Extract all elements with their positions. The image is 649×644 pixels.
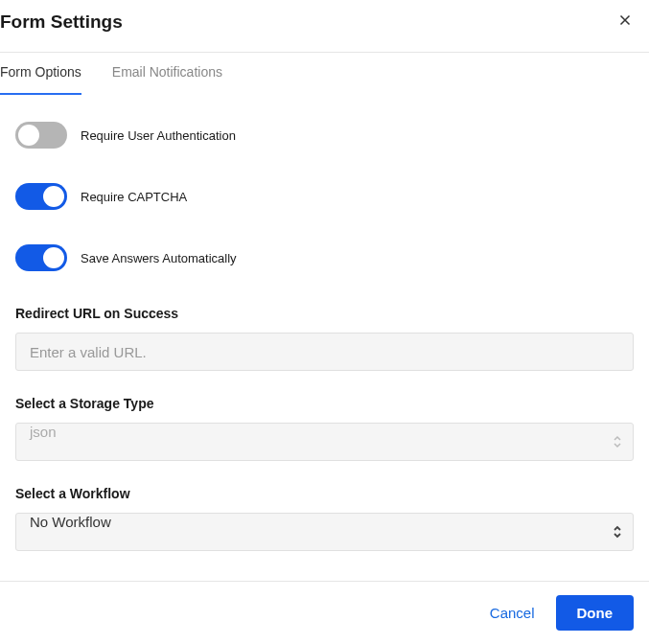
- label-redirect-url: Redirect URL on Success: [15, 306, 634, 321]
- dialog-header: Form Settings: [0, 0, 649, 53]
- tab-email-notifications[interactable]: Email Notifications: [112, 64, 222, 95]
- close-icon[interactable]: [613, 8, 637, 36]
- form-options-panel: Require User Authentication Require CAPT…: [0, 95, 649, 551]
- toggle-row-captcha: Require CAPTCHA: [15, 183, 634, 210]
- toggle-label-captcha: Require CAPTCHA: [81, 190, 187, 204]
- label-workflow: Select a Workflow: [15, 486, 634, 501]
- toggle-label-autosave: Save Answers Automatically: [81, 251, 237, 265]
- input-redirect-url[interactable]: [15, 333, 634, 371]
- select-workflow[interactable]: No Workflow: [15, 513, 634, 551]
- done-button[interactable]: Done: [556, 595, 635, 631]
- select-storage-type[interactable]: json: [15, 423, 634, 461]
- field-group-storage: Select a Storage Type json: [15, 396, 634, 461]
- tabs: Form Options Email Notifications: [0, 53, 649, 95]
- toggle-row-autosave: Save Answers Automatically: [15, 244, 634, 271]
- cancel-button[interactable]: Cancel: [486, 597, 539, 629]
- field-group-workflow: Select a Workflow No Workflow: [15, 486, 634, 551]
- dialog-title: Form Settings: [0, 12, 123, 33]
- label-storage-type: Select a Storage Type: [15, 396, 634, 411]
- dialog-footer: Cancel Done: [0, 581, 649, 644]
- toggle-row-auth: Require User Authentication: [15, 122, 634, 149]
- select-wrap-storage: json: [15, 423, 634, 461]
- toggle-knob: [43, 247, 64, 268]
- toggle-label-auth: Require User Authentication: [81, 128, 236, 143]
- toggle-save-auto[interactable]: [15, 244, 67, 271]
- toggle-knob: [43, 186, 64, 207]
- tab-form-options[interactable]: Form Options: [0, 64, 81, 95]
- toggle-require-auth[interactable]: [15, 122, 67, 149]
- toggle-knob: [18, 125, 39, 146]
- toggle-require-captcha[interactable]: [15, 183, 67, 210]
- select-wrap-workflow: No Workflow: [15, 513, 634, 551]
- field-group-redirect: Redirect URL on Success: [15, 306, 634, 371]
